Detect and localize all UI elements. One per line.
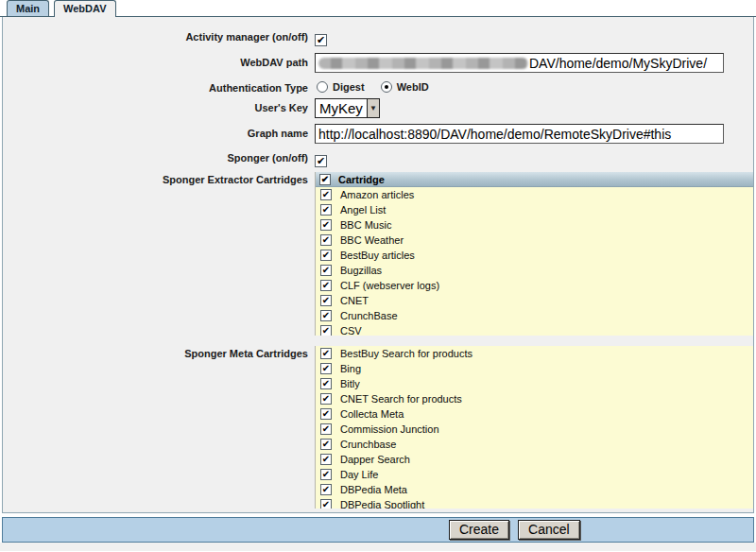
cartridge-checkbox[interactable]: ✔ — [320, 295, 332, 306]
cartridge-checkbox[interactable]: ✔ — [320, 348, 332, 359]
cartridge-list-header: ✔ Cartridge — [316, 172, 753, 187]
cartridge-label: BestBuy articles — [340, 250, 415, 261]
check-icon: ✔ — [322, 235, 330, 245]
cartridge-checkbox[interactable]: ✔ — [320, 234, 332, 246]
cartridge-label: Angel List — [340, 204, 386, 216]
check-icon: ✔ — [322, 250, 330, 260]
cancel-button[interactable]: Cancel — [518, 520, 580, 540]
cartridge-label: Day Life — [340, 469, 378, 480]
cartridge-row: ✔ Angel List — [316, 202, 753, 217]
check-icon: ✔ — [322, 440, 330, 449]
cartridge-checkbox[interactable]: ✔ — [320, 310, 332, 321]
cartridge-row: ✔ Collecta Meta — [316, 406, 753, 422]
cartridge-checkbox[interactable]: ✔ — [320, 363, 332, 374]
sponger-label: Sponger (on/off) — [3, 151, 315, 164]
cartridge-label: CSV — [340, 325, 362, 336]
cartridge-checkbox[interactable]: ✔ — [320, 439, 332, 450]
auth-type-row: Authentication Type Digest WebID — [3, 79, 753, 94]
webid-radio[interactable] — [381, 81, 392, 93]
sponger-checkbox[interactable]: ✔ — [315, 155, 327, 167]
cartridge-row: ✔ Dapper Search — [316, 452, 753, 467]
cartridge-checkbox[interactable]: ✔ — [320, 484, 332, 495]
cartridge-label: DBPedia Meta — [340, 484, 407, 495]
check-icon: ✔ — [322, 379, 330, 388]
cartridge-label: Amazon articles — [340, 189, 414, 200]
users-key-label: User's Key — [3, 98, 315, 113]
footer-buttons: Create Cancel — [449, 520, 580, 540]
cartridge-row: ✔ DBPedia Meta — [316, 482, 753, 497]
footer-bar: Create Cancel — [2, 517, 754, 543]
webdav-path-visible-value: DAV/home/demo/MySkyDrive/ — [529, 56, 707, 71]
cartridge-checkbox[interactable]: ✔ — [320, 250, 332, 261]
check-icon: ✔ — [322, 326, 330, 336]
check-icon: ✔ — [322, 485, 330, 494]
bottom-strip — [0, 543, 756, 551]
check-icon: ✔ — [322, 500, 330, 509]
create-button[interactable]: Create — [449, 520, 509, 540]
cartridge-checkbox[interactable]: ✔ — [320, 423, 332, 435]
check-icon: ✔ — [321, 175, 329, 184]
cartridge-checkbox[interactable]: ✔ — [320, 280, 332, 291]
cartridge-checkbox[interactable]: ✔ — [320, 265, 332, 276]
cartridge-checkbox[interactable]: ✔ — [320, 204, 332, 216]
cartridge-label: Bitly — [340, 378, 360, 389]
settings-panel: Activity manager (on/off) ✔ WebDAV path … — [2, 17, 754, 513]
activity-manager-checkbox[interactable]: ✔ — [315, 34, 327, 46]
dropdown-arrow-icon[interactable]: ▼ — [367, 99, 379, 117]
cartridge-row: ✔ BBC Weather — [316, 233, 753, 248]
tab-main[interactable]: Main — [7, 0, 49, 16]
graph-name-row: Graph name — [3, 124, 753, 144]
cartridge-checkbox[interactable]: ✔ — [320, 189, 332, 200]
check-icon: ✔ — [317, 35, 325, 44]
extractor-cartridges-row: Sponger Extractor Cartridges ✔ Cartridge… — [3, 172, 753, 336]
extractor-cartridges-label: Sponger Extractor Cartridges — [3, 172, 315, 185]
graph-name-input[interactable] — [315, 124, 724, 144]
check-icon: ✔ — [322, 409, 330, 419]
cartridge-row: ✔ BestBuy Search for products — [316, 346, 753, 361]
cartridge-checkbox[interactable]: ✔ — [320, 378, 332, 389]
cartridge-label: CLF (webserver logs) — [340, 280, 439, 291]
meta-cartridges-list: ✔ BestBuy Search for products ✔ Bing ✔ B… — [315, 346, 753, 509]
graph-name-label: Graph name — [3, 124, 315, 139]
cartridge-label: CNET Search for products — [340, 393, 462, 405]
cartridge-label: Bugzillas — [340, 265, 382, 276]
cartridge-label: Crunchbase — [340, 439, 396, 450]
cartridge-label: CrunchBase — [340, 310, 398, 321]
meta-cartridges-row: Sponger Meta Cartridges ✔ BestBuy Search… — [3, 346, 753, 509]
check-icon: ✔ — [317, 156, 325, 165]
webdav-path-input[interactable]: DAV/home/demo/MySkyDrive/ — [315, 53, 724, 73]
cartridge-row: ✔ Bitly — [316, 376, 753, 391]
users-key-value: MyKey — [316, 99, 367, 117]
check-icon: ✔ — [322, 455, 330, 464]
check-icon: ✔ — [322, 424, 330, 434]
cartridge-label: CNET — [340, 295, 369, 306]
cartridge-row: ✔ Bugzillas — [316, 263, 753, 278]
cartridge-checkbox[interactable]: ✔ — [320, 454, 332, 465]
sponger-row: Sponger (on/off) ✔ — [3, 151, 753, 168]
activity-manager-row: Activity manager (on/off) ✔ — [3, 28, 753, 47]
cartridge-checkbox[interactable]: ✔ — [320, 393, 332, 405]
tab-webdav[interactable]: WebDAV — [54, 0, 115, 17]
users-key-select[interactable]: MyKey ▼ — [315, 98, 380, 118]
cartridge-checkbox[interactable]: ✔ — [320, 408, 332, 420]
digest-radio[interactable] — [317, 81, 328, 93]
cartridge-checkbox[interactable]: ✔ — [320, 325, 332, 336]
cartridge-row: ✔ CLF (webserver logs) — [316, 278, 753, 293]
check-icon: ✔ — [322, 311, 330, 320]
cartridge-row: ✔ CSV — [316, 323, 753, 336]
auth-type-label: Authentication Type — [3, 79, 315, 94]
cartridge-label: Collecta Meta — [340, 408, 404, 420]
cartridge-row: ✔ Bing — [316, 361, 753, 376]
digest-radio-label: Digest — [333, 81, 365, 93]
activity-manager-label: Activity manager (on/off) — [3, 28, 315, 43]
cartridge-checkbox[interactable]: ✔ — [320, 499, 332, 509]
cartridge-checkbox[interactable]: ✔ — [320, 219, 332, 231]
check-icon: ✔ — [322, 470, 330, 479]
select-all-checkbox[interactable]: ✔ — [319, 174, 331, 185]
cartridge-row: ✔ DBPedia Spotlight — [316, 497, 753, 509]
check-icon: ✔ — [322, 349, 330, 358]
webdav-path-row: WebDAV path DAV/home/demo/MySkyDrive/ — [3, 53, 753, 73]
cartridge-label: BBC Music — [340, 219, 391, 231]
cartridge-checkbox[interactable]: ✔ — [320, 469, 332, 480]
check-icon: ✔ — [322, 296, 330, 305]
